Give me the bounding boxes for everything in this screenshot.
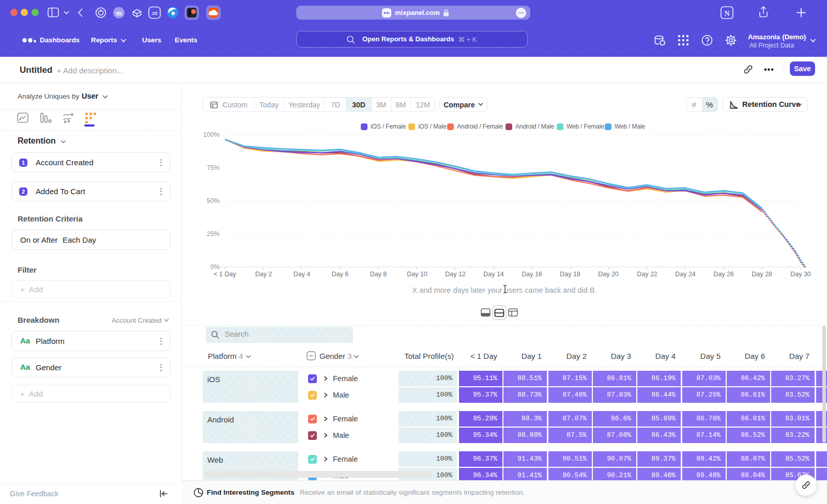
svg-text:N: N xyxy=(724,10,729,18)
svg-text:JS: JS xyxy=(151,10,158,16)
svg-text:m: m xyxy=(116,9,122,17)
